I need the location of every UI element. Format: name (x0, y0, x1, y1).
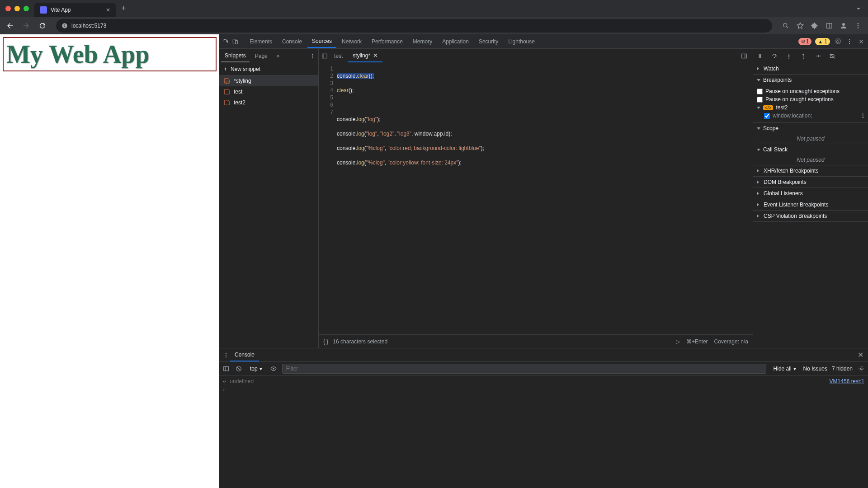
clear-console-icon[interactable] (235, 365, 243, 373)
more-icon[interactable] (845, 38, 854, 46)
tab-performance[interactable]: Performance (367, 36, 407, 47)
address-bar[interactable]: localhost:5173 (56, 19, 772, 33)
error-count-badge[interactable]: ⊘ 1 (798, 38, 812, 45)
new-tab-button[interactable]: + (119, 2, 128, 15)
watch-section[interactable]: Watch (753, 63, 868, 74)
callstack-not-paused: Not paused (753, 155, 868, 165)
sidepanel-icon[interactable] (823, 19, 835, 32)
editor-tab-test[interactable]: test (330, 50, 347, 62)
zoom-icon[interactable] (779, 19, 792, 32)
tab-search-icon[interactable] (854, 5, 863, 13)
step-out-icon[interactable] (799, 52, 807, 60)
context-selector[interactable]: top▾ (247, 365, 265, 373)
step-over-icon[interactable] (770, 52, 778, 60)
drawer-more-icon[interactable] (222, 351, 230, 359)
settings-icon[interactable] (834, 38, 842, 46)
menu-icon[interactable] (852, 19, 864, 32)
close-editor-tab-icon[interactable]: ✕ (373, 52, 378, 59)
svg-point-19 (820, 55, 821, 56)
log-levels-dropdown[interactable]: Hide all▾ (771, 365, 799, 373)
svg-point-9 (849, 41, 850, 42)
callstack-section[interactable]: Call Stack (753, 144, 868, 155)
snippets-tab[interactable]: Snippets (221, 50, 250, 62)
console-row: ‹· undefined VM1456 test:1 (223, 377, 864, 385)
device-toggle-icon[interactable] (231, 38, 239, 46)
more-tabs-icon[interactable]: » (273, 50, 283, 62)
svg-point-16 (774, 57, 775, 58)
console-drawer-tab[interactable]: Console (230, 349, 259, 361)
code-content[interactable]: console.clear(); clear(); console.log("l… (337, 63, 753, 334)
tab-sources[interactable]: Sources (307, 35, 336, 48)
pause-caught-checkbox[interactable]: Pause on caught exceptions (757, 95, 864, 103)
selection-status: 16 characters selected (333, 338, 387, 345)
svg-point-12 (312, 55, 313, 56)
source-link[interactable]: VM1456 test:1 (830, 378, 864, 385)
scope-section[interactable]: Scope (753, 123, 868, 134)
tab-lighthouse[interactable]: Lighthouse (504, 36, 539, 47)
coverage-status: Coverage: n/a (714, 338, 748, 345)
close-window-button[interactable] (5, 6, 11, 11)
tab-security[interactable]: Security (474, 36, 503, 47)
tab-network[interactable]: Network (337, 36, 366, 47)
global-section[interactable]: Global Listeners (753, 188, 868, 199)
console-prompt-icon[interactable]: › (223, 386, 225, 393)
step-into-icon[interactable] (785, 52, 793, 60)
issues-button[interactable]: No Issues (803, 366, 827, 372)
snippet-item-test2[interactable]: test2 (219, 97, 318, 108)
braces-icon[interactable]: { } (323, 338, 328, 345)
maximize-window-button[interactable] (24, 6, 29, 11)
tab-memory[interactable]: Memory (408, 36, 437, 47)
deactivate-breakpoints-icon[interactable] (828, 52, 836, 60)
debugger-toolbar (753, 49, 868, 63)
forward-button[interactable] (20, 19, 33, 32)
back-button[interactable] (4, 19, 16, 32)
tab-elements[interactable]: Elements (245, 36, 277, 47)
toggle-sidebar-icon[interactable] (321, 52, 329, 60)
inspect-icon[interactable] (222, 38, 230, 46)
editor-tab-styling[interactable]: styling*✕ (348, 49, 382, 62)
pause-uncaught-checkbox[interactable]: Pause on uncaught exceptions (757, 87, 864, 95)
snippet-icon (224, 78, 230, 84)
bookmark-icon[interactable] (794, 19, 807, 32)
close-tab-icon[interactable]: ✕ (106, 7, 110, 13)
new-snippet-button[interactable]: + New snippet (219, 63, 318, 75)
event-section[interactable]: Event Listener Breakpoints (753, 199, 868, 210)
browser-tab[interactable]: Vite App ✕ (34, 3, 116, 17)
snippet-icon (224, 99, 230, 106)
toggle-debugger-icon[interactable] (740, 52, 748, 60)
step-icon[interactable] (814, 52, 822, 60)
svg-point-5 (858, 27, 859, 28)
console-output[interactable]: ‹· undefined VM1456 test:1 › (219, 375, 868, 488)
run-snippet-button[interactable]: ▷ (676, 338, 680, 345)
site-info-icon[interactable] (61, 23, 68, 29)
devtools-panel: Elements Console Sources Network Perform… (219, 34, 868, 488)
breakpoints-section[interactable]: Breakpoints (753, 75, 868, 85)
snippet-item-test[interactable]: test (219, 86, 318, 97)
pause-icon[interactable] (756, 52, 764, 60)
profile-icon[interactable] (837, 19, 850, 32)
tab-application[interactable]: Application (438, 36, 473, 47)
csp-section[interactable]: CSP Violation Breakpoints (753, 211, 868, 221)
tab-console[interactable]: Console (278, 36, 307, 47)
close-devtools-icon[interactable] (857, 38, 865, 46)
xhr-section[interactable]: XHR/fetch Breakpoints (753, 165, 868, 176)
live-expression-icon[interactable] (269, 365, 278, 373)
extensions-icon[interactable] (808, 19, 821, 32)
warning-count-badge[interactable]: ▲ 1 (815, 38, 830, 45)
snippet-item-styling[interactable]: *styling (219, 75, 318, 86)
page-tab[interactable]: Page (251, 50, 271, 62)
minimize-window-button[interactable] (14, 6, 20, 11)
console-filter-input[interactable] (282, 364, 766, 374)
console-settings-icon[interactable] (857, 365, 865, 373)
dom-section[interactable]: DOM Breakpoints (753, 177, 868, 188)
sidebar-more-icon[interactable] (308, 52, 316, 60)
svg-point-11 (312, 53, 313, 54)
code-editor[interactable]: 1234567 console.clear(); clear(); consol… (319, 63, 753, 334)
breakpoint-line[interactable]: window.location;1 (757, 112, 864, 120)
console-sidebar-icon[interactable] (222, 365, 230, 373)
breakpoint-file[interactable]: </>test2 (757, 103, 864, 112)
reload-button[interactable] (36, 19, 49, 32)
svg-point-0 (783, 23, 787, 27)
close-drawer-icon[interactable]: ✕ (856, 349, 865, 361)
hidden-count[interactable]: 7 hidden (832, 366, 853, 372)
